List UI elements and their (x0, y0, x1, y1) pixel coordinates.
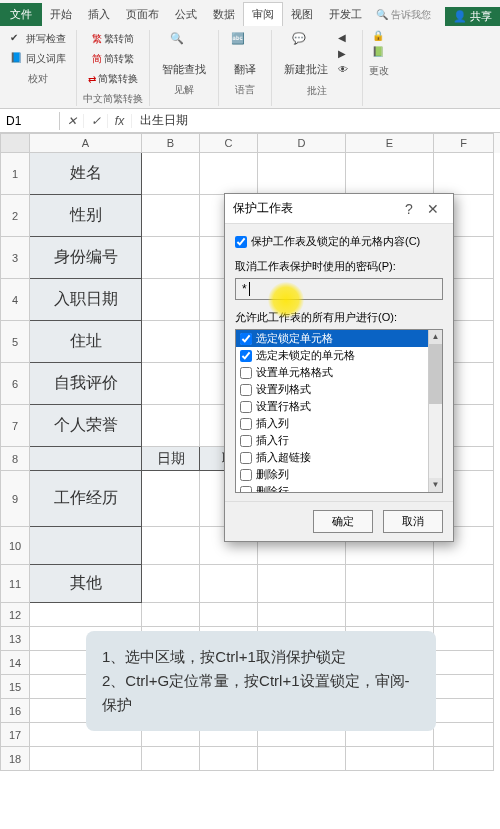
col-header-c[interactable]: C (200, 133, 258, 153)
row-header-3[interactable]: 3 (0, 237, 30, 279)
col-header-a[interactable]: A (30, 133, 142, 153)
perm-item[interactable]: 插入行 (236, 432, 442, 449)
perm-item[interactable]: 插入列 (236, 415, 442, 432)
row-header-12[interactable]: 12 (0, 603, 30, 627)
row-header-13[interactable]: 13 (0, 627, 30, 651)
row-header-17[interactable]: 17 (0, 723, 30, 747)
tab-data[interactable]: 数据 (205, 3, 243, 26)
cell-B1[interactable] (142, 153, 200, 195)
fx-button[interactable]: fx (108, 114, 132, 128)
protect-sheet-icon[interactable]: 🔒 (372, 30, 386, 44)
translate-button[interactable]: 🔤翻译 (225, 30, 265, 79)
col-header-f[interactable]: F (434, 133, 494, 153)
ok-button[interactable]: 确定 (313, 510, 373, 533)
perm-checkbox[interactable] (240, 401, 252, 413)
row-header-5[interactable]: 5 (0, 321, 30, 363)
convert-button[interactable]: ⇄简繁转换 (84, 70, 142, 88)
perm-checkbox[interactable] (240, 469, 252, 481)
col-header-b[interactable]: B (142, 133, 200, 153)
cancel-button[interactable]: 取消 (383, 510, 443, 533)
tab-formula[interactable]: 公式 (167, 3, 205, 26)
formula-input[interactable]: 出生日期 (132, 110, 500, 131)
cell-A2[interactable]: 性别 (30, 195, 142, 237)
cell-A3[interactable]: 身份编号 (30, 237, 142, 279)
perm-checkbox[interactable] (240, 418, 252, 430)
tab-view[interactable]: 视图 (283, 3, 321, 26)
row-header-15[interactable]: 15 (0, 675, 30, 699)
share-button[interactable]: 👤 共享 (445, 7, 500, 26)
row-header-9[interactable]: 9 (0, 471, 30, 527)
search-hint[interactable]: 🔍 告诉我您 (370, 4, 445, 26)
perm-item[interactable]: 删除列 (236, 466, 442, 483)
row-header-11[interactable]: 11 (0, 565, 30, 603)
perm-checkbox[interactable] (240, 350, 252, 362)
perm-item[interactable]: 设置列格式 (236, 381, 442, 398)
cell-A6[interactable]: 自我评价 (30, 363, 142, 405)
name-box[interactable]: D1 (0, 112, 60, 130)
cancel-edit-button[interactable]: ✕ (60, 114, 84, 128)
select-all-corner[interactable] (0, 133, 30, 153)
col-header-e[interactable]: E (346, 133, 434, 153)
cell-B8[interactable]: 日期 (142, 447, 200, 471)
protect-book-icon[interactable]: 📗 (372, 46, 386, 60)
row-header-4[interactable]: 4 (0, 279, 30, 321)
protect-content-cb-input[interactable] (235, 236, 247, 248)
perm-item[interactable]: 设置单元格格式 (236, 364, 442, 381)
row-header-18[interactable]: 18 (0, 747, 30, 771)
tab-home[interactable]: 开始 (42, 3, 80, 26)
perm-scrollbar[interactable]: ▲ ▼ (428, 330, 442, 492)
show-comment-icon[interactable]: 👁 (338, 64, 352, 78)
cell-E1[interactable] (346, 153, 434, 195)
tab-layout[interactable]: 页面布 (118, 3, 167, 26)
prev-comment-icon[interactable]: ◀ (338, 32, 352, 46)
cell-A1[interactable]: 姓名 (30, 153, 142, 195)
row-header-16[interactable]: 16 (0, 699, 30, 723)
perm-checkbox[interactable] (240, 435, 252, 447)
confirm-edit-button[interactable]: ✓ (84, 114, 108, 128)
cell-F1[interactable] (434, 153, 494, 195)
dialog-help-button[interactable]: ? (397, 201, 421, 217)
permissions-list[interactable]: 选定锁定单元格选定未锁定的单元格设置单元格格式设置列格式设置行格式插入列插入行插… (235, 329, 443, 493)
perm-checkbox[interactable] (240, 333, 252, 345)
cell-C1[interactable] (200, 153, 258, 195)
perm-checkbox[interactable] (240, 452, 252, 464)
cell-A7[interactable]: 个人荣誉 (30, 405, 142, 447)
protect-content-checkbox[interactable]: 保护工作表及锁定的单元格内容(C) (235, 234, 443, 249)
perm-item[interactable]: 删除行 (236, 483, 442, 493)
perm-item[interactable]: 插入超链接 (236, 449, 442, 466)
dialog-close-button[interactable]: ✕ (421, 201, 445, 217)
password-input[interactable]: * (235, 278, 443, 300)
perm-item[interactable]: 选定锁定单元格 (236, 330, 442, 347)
row-header-1[interactable]: 1 (0, 153, 30, 195)
cell-A4[interactable]: 入职日期 (30, 279, 142, 321)
smart-lookup-button[interactable]: 🔍智能查找 (156, 30, 212, 79)
spellcheck-button[interactable]: ✔拼写检查 (6, 30, 70, 48)
perm-checkbox[interactable] (240, 486, 252, 494)
col-header-d[interactable]: D (258, 133, 346, 153)
scroll-thumb[interactable] (429, 344, 442, 404)
perm-item[interactable]: 选定未锁定的单元格 (236, 347, 442, 364)
tab-dev[interactable]: 开发工 (321, 3, 370, 26)
new-comment-button[interactable]: 💬新建批注 (278, 30, 334, 80)
row-header-2[interactable]: 2 (0, 195, 30, 237)
perm-checkbox[interactable] (240, 367, 252, 379)
cell-D1[interactable] (258, 153, 346, 195)
cell-A9[interactable]: 工作经历 (30, 471, 142, 527)
tab-review[interactable]: 审阅 (243, 2, 283, 26)
next-comment-icon[interactable]: ▶ (338, 48, 352, 62)
trad-to-simp-button[interactable]: 简简转繁 (88, 50, 138, 68)
tab-insert[interactable]: 插入 (80, 3, 118, 26)
simp-to-trad-button[interactable]: 繁繁转简 (88, 30, 138, 48)
row-header-6[interactable]: 6 (0, 363, 30, 405)
row-header-7[interactable]: 7 (0, 405, 30, 447)
scroll-down-icon[interactable]: ▼ (429, 478, 442, 492)
cell-A11[interactable]: 其他 (30, 565, 142, 603)
scroll-up-icon[interactable]: ▲ (429, 330, 442, 344)
row-header-14[interactable]: 14 (0, 651, 30, 675)
row-header-8[interactable]: 8 (0, 447, 30, 471)
perm-checkbox[interactable] (240, 384, 252, 396)
perm-item[interactable]: 设置行格式 (236, 398, 442, 415)
cell-A5[interactable]: 住址 (30, 321, 142, 363)
cell-A8[interactable] (30, 447, 142, 471)
thesaurus-button[interactable]: 📘同义词库 (6, 50, 70, 68)
